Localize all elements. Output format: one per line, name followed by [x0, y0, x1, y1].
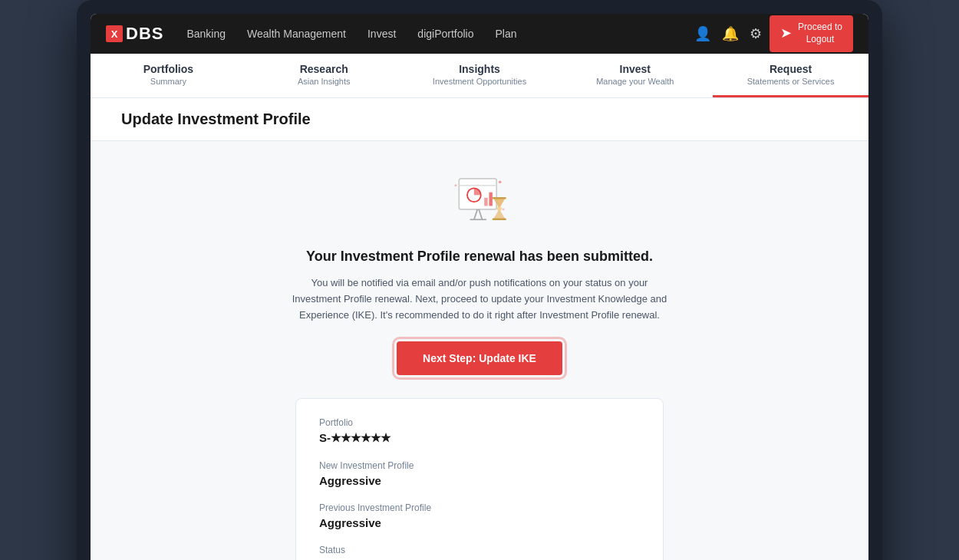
prev-profile-label: Previous Investment Profile: [319, 502, 640, 513]
tab-request-label: Request: [719, 63, 862, 75]
prev-profile-value: Aggressive: [319, 516, 640, 529]
screen: X DBS Banking Wealth Management Invest d…: [91, 14, 868, 560]
illustration: [445, 172, 514, 233]
tab-invest-label: Invest: [563, 63, 707, 75]
new-profile-label: New Investment Profile: [319, 460, 640, 471]
tab-research[interactable]: Research Asian Insights: [246, 54, 402, 97]
logo-x: X: [106, 25, 123, 42]
tab-invest[interactable]: Invest Manage your Wealth: [557, 54, 713, 97]
top-nav-links: Banking Wealth Management Invest digiPor…: [186, 28, 694, 40]
svg-line-5: [474, 209, 477, 219]
svg-point-13: [499, 181, 502, 184]
success-description: You will be notified via email and/or pu…: [292, 275, 667, 323]
success-title: Your Investment Profile renewal has been…: [106, 249, 853, 265]
nav-wealth-management[interactable]: Wealth Management: [247, 28, 346, 40]
logo-dbs: DBS: [126, 24, 163, 44]
page-title: Update Investment Profile: [121, 110, 838, 128]
svg-rect-11: [493, 218, 506, 220]
proceed-logout-button[interactable]: ➤ Proceed to Logout: [770, 15, 853, 51]
svg-line-6: [479, 209, 482, 219]
gear-icon[interactable]: ⚙: [750, 25, 762, 42]
svg-rect-4: [489, 193, 492, 206]
portfolio-value: S-★★★★★★: [319, 431, 640, 445]
svg-point-14: [455, 184, 457, 186]
next-step-button[interactable]: Next Step: Update IKE: [397, 341, 562, 375]
portfolio-card: Portfolio S-★★★★★★ New Investment Profil…: [295, 398, 664, 560]
success-section: Your Investment Profile renewal has been…: [106, 172, 853, 375]
dbs-logo[interactable]: X DBS: [106, 24, 163, 44]
nav-banking[interactable]: Banking: [186, 28, 226, 40]
tab-invest-sub: Manage your Wealth: [563, 77, 707, 86]
tab-portfolios[interactable]: Portfolios Summary: [91, 54, 246, 97]
proceed-logout-line1: Proceed to: [798, 21, 842, 34]
tab-portfolios-sub: Summary: [97, 77, 240, 86]
logout-arrow-icon: ➤: [780, 25, 792, 42]
status-label: Status: [319, 545, 640, 555]
tab-insights[interactable]: Insights Investment Opportunities: [402, 54, 558, 97]
second-nav: Portfolios Summary Research Asian Insigh…: [91, 54, 868, 98]
svg-rect-3: [484, 198, 487, 206]
nav-digiportfolio[interactable]: digiPortfolio: [417, 28, 473, 40]
nav-plan[interactable]: Plan: [496, 28, 517, 40]
nav-invest[interactable]: Invest: [367, 28, 396, 40]
top-nav: X DBS Banking Wealth Management Invest d…: [91, 14, 868, 54]
svg-point-15: [503, 209, 505, 211]
status-field: Status Submitted: [319, 545, 640, 560]
prev-profile-field: Previous Investment Profile Aggressive: [319, 502, 640, 529]
tab-insights-label: Insights: [408, 63, 552, 75]
portfolio-label: Portfolio: [319, 417, 640, 428]
page-title-bar: Update Investment Profile: [91, 98, 868, 141]
tab-portfolios-label: Portfolios: [97, 63, 240, 75]
success-illustration: [445, 172, 514, 233]
tab-request[interactable]: Request Statements or Services: [713, 54, 868, 97]
bell-icon[interactable]: 🔔: [722, 25, 739, 42]
tab-research-label: Research: [252, 63, 396, 75]
new-profile-field: New Investment Profile Aggressive: [319, 460, 640, 487]
svg-point-12: [496, 206, 502, 210]
tab-request-sub: Statements or Services: [719, 77, 862, 86]
tab-insights-sub: Investment Opportunities: [408, 77, 552, 86]
person-icon[interactable]: 👤: [694, 25, 711, 42]
svg-rect-10: [493, 197, 506, 199]
proceed-logout-line2: Logout: [798, 34, 842, 46]
portfolio-field: Portfolio S-★★★★★★: [319, 417, 640, 445]
new-profile-value: Aggressive: [319, 474, 640, 487]
tab-research-sub: Asian Insights: [252, 77, 396, 86]
laptop-frame: X DBS Banking Wealth Management Invest d…: [77, 0, 882, 560]
main-content: Your Investment Profile renewal has been…: [91, 141, 868, 560]
top-nav-icons: 👤 🔔 ⚙: [694, 25, 762, 42]
